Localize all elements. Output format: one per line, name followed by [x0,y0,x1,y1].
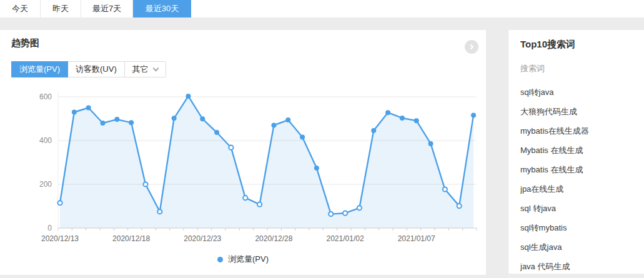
data-point[interactable] [72,110,77,115]
search-word-item-0[interactable]: sql转java [520,82,644,102]
x-axis-label: 2020/12/28 [255,234,292,243]
search-word-item-7[interactable]: sql转mybatis [520,218,644,237]
trend-panel: 趋势图 浏览量(PV)访客数(UV)其它 02004006002020/12/1… [0,30,486,275]
data-point[interactable] [314,166,319,171]
legend-dot-icon [217,257,223,262]
search-word-item-8[interactable]: sql生成java [520,237,644,257]
y-axis-label: 0 [47,224,52,232]
chevron-right-icon [468,44,473,49]
search-word-item-5[interactable]: jpa在线生成 [520,179,644,199]
data-point[interactable] [414,118,419,123]
data-point-hollow[interactable] [443,187,447,191]
data-point-hollow[interactable] [229,146,233,150]
data-point-hollow[interactable] [329,212,333,216]
search-word-column-header: 搜索词 [520,63,644,76]
data-point[interactable] [285,117,290,122]
search-word-item-2[interactable]: mybatis在线生成器 [520,121,644,141]
data-point[interactable] [400,116,405,121]
data-point[interactable] [385,110,390,115]
data-point-hollow[interactable] [243,196,247,200]
data-point[interactable] [100,121,105,126]
top10-search-words-panel: Top10搜索词 搜索词 sql转java大狼狗代码生成mybatis在线生成器… [508,30,644,274]
data-point-hollow[interactable] [143,182,147,186]
x-axis-label: 2020/12/13 [41,234,79,243]
y-axis-label: 600 [39,92,52,101]
analytics-dashboard: { "page": { "background": "#ececec", "ac… [0,0,644,278]
x-axis-label: 2021/01/07 [398,234,435,243]
y-axis-label: 400 [39,136,52,145]
date-range-tabbar: 今天昨天最近7天最近30天 [0,0,644,17]
data-point-hollow[interactable] [157,209,162,214]
metric-tab-2[interactable]: 其它 [125,62,166,77]
expand-arrow-button[interactable] [465,40,478,54]
data-point-hollow[interactable] [257,202,262,207]
data-point[interactable] [371,128,376,133]
data-point[interactable] [86,106,91,111]
data-point[interactable] [200,116,205,121]
chart-legend[interactable]: 浏览量(PV) [0,254,486,265]
y-axis-label: 200 [39,180,52,189]
data-point[interactable] [114,117,119,122]
metric-tab-0[interactable]: 浏览量(PV) [11,61,68,77]
search-word-item-1[interactable]: 大狼狗代码生成 [520,102,644,121]
date-tab-3[interactable]: 最近30天 [133,0,191,17]
search-word-list: sql转java大狼狗代码生成mybatis在线生成器Mybatis 在线生成m… [520,82,644,276]
trend-line-chart[interactable]: 02004006002020/12/132020/12/182020/12/23… [0,87,486,251]
chevron-down-icon [152,65,159,71]
search-word-item-3[interactable]: Mybatis 在线生成 [520,141,644,160]
trend-panel-title: 趋势图 [11,37,39,49]
date-tab-1[interactable]: 昨天 [41,0,81,17]
search-word-item-6[interactable]: sql 转java [520,199,644,218]
metric-tab-label: 浏览量(PV) [19,64,60,75]
date-tab-0[interactable]: 今天 [0,0,41,17]
top10-title: Top10搜索词 [520,39,644,51]
legend-label: 浏览量(PV) [228,254,269,265]
metric-tab-label: 其它 [132,64,149,75]
data-point[interactable] [429,141,433,146]
trend-chart-svg: 02004006002020/12/132020/12/182020/12/23… [0,87,486,251]
metric-tab-label: 访客数(UV) [76,64,117,75]
date-tab-2[interactable]: 最近7天 [81,0,133,17]
metric-tabbar: 浏览量(PV)访客数(UV)其它 [11,61,166,77]
data-point-hollow[interactable] [57,201,62,205]
x-axis-label: 2020/12/23 [184,234,221,243]
data-point-hollow[interactable] [357,206,362,210]
metric-tab-1[interactable]: 访客数(UV) [68,62,125,77]
search-word-item-4[interactable]: mybatis 在线生成 [520,160,644,179]
data-point[interactable] [471,112,476,117]
data-point[interactable] [300,134,305,139]
data-point[interactable] [214,130,219,135]
data-point-hollow[interactable] [343,211,347,216]
x-axis-label: 2021/01/02 [327,234,364,243]
x-axis-label: 2020/12/18 [112,234,150,243]
data-point[interactable] [172,116,177,121]
data-point-hollow[interactable] [457,204,462,208]
data-point[interactable] [186,94,191,99]
data-point[interactable] [271,123,276,128]
data-point[interactable] [129,120,134,125]
search-word-item-9[interactable]: java 代码生成 [520,257,644,276]
